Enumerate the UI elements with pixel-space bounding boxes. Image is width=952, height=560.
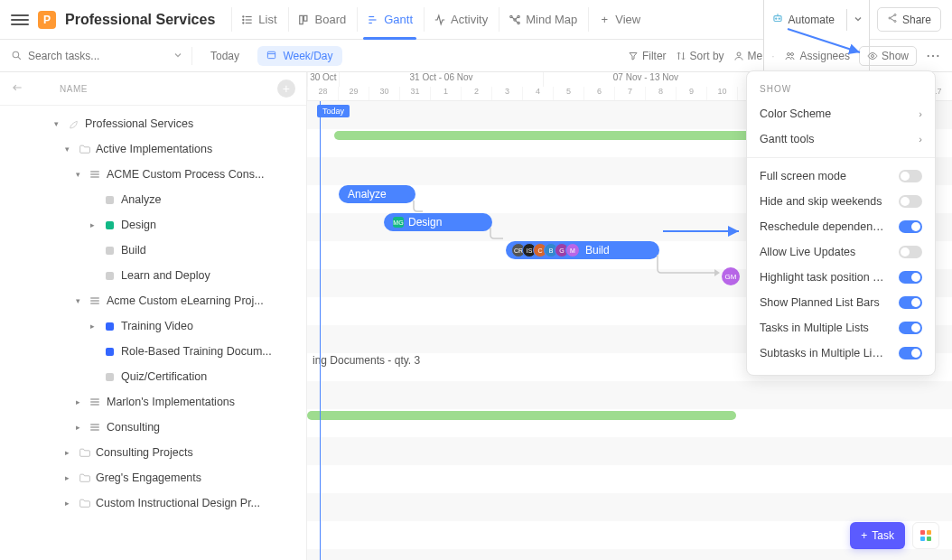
share-button[interactable]: Share (877, 7, 941, 32)
connector-line (411, 201, 438, 228)
tree-item[interactable]: Build (0, 238, 306, 263)
tree-item-label: Active Implementations (96, 143, 212, 155)
dropdown-item-color-scheme[interactable]: Color Scheme› (747, 101, 935, 126)
dropdown-item-gantt-tools[interactable]: Gantt tools› (747, 126, 935, 152)
hamburger-menu[interactable] (11, 14, 29, 25)
toggle-switch[interactable] (899, 271, 922, 284)
dropdown-toggle-tasks-in-multiple-lists[interactable]: Tasks in Multiple Lists (747, 315, 935, 341)
toggle-switch[interactable] (899, 195, 922, 208)
tree-item-label: Custom Instructional Design Pr... (96, 497, 260, 509)
tree-item[interactable]: ▸Design (0, 212, 306, 238)
more-options[interactable]: ⋯ (926, 47, 941, 64)
collapse-sidebar-icon[interactable] (11, 81, 23, 96)
robot-icon (771, 12, 784, 27)
share-label: Share (902, 14, 931, 26)
svg-point-4 (243, 19, 244, 20)
gantt-bar-build[interactable]: CRISCBGM Build (506, 241, 659, 259)
view-tab-activity[interactable]: Activity (424, 7, 497, 32)
toggle-switch[interactable] (899, 246, 922, 258)
toggle-switch[interactable] (899, 170, 922, 182)
dropdown-toggle-label: Highlight task position o... (760, 271, 886, 284)
caret-icon[interactable]: ▸ (76, 397, 85, 406)
caret-icon[interactable]: ▾ (76, 170, 85, 179)
tree-item[interactable]: ▸Custom Instructional Design Pr... (0, 490, 306, 516)
tree-item[interactable]: ▸Marlon's Implementations (0, 389, 306, 415)
dropdown-toggle-hide-and-skip-weekends[interactable]: Hide and skip weekends (747, 189, 935, 214)
tree-item[interactable]: ▸Training Video (0, 313, 306, 339)
svg-rect-7 (303, 15, 307, 21)
view-tab-board[interactable]: Board (288, 7, 356, 32)
dropdown-toggle-label: Tasks in Multiple Lists (760, 322, 869, 334)
dropdown-toggle-subtasks-in-multiple-lis[interactable]: Subtasks in Multiple Lists (747, 341, 935, 366)
dropdown-toggle-show-planned-list-bars[interactable]: Show Planned List Bars (747, 290, 935, 315)
tree-item-label: Marlon's Implementations (107, 396, 235, 408)
gantt-bar-summary-2[interactable] (307, 411, 736, 420)
tree-item[interactable]: ▸Consulting Projects (0, 440, 306, 465)
dropdown-toggle-full-screen-mode[interactable]: Full screen mode (747, 163, 935, 189)
svg-point-5 (243, 22, 244, 23)
gantt-bar-analyze[interactable]: Analyze (339, 185, 415, 203)
caret-icon[interactable]: ▾ (76, 296, 85, 305)
svg-line-35 (788, 29, 860, 52)
tree-item-label: Analyze (121, 193, 161, 206)
tree-item[interactable]: Role-Based Training Docum... (0, 339, 306, 364)
svg-point-31 (737, 52, 741, 56)
list-icon (89, 396, 101, 408)
apps-button[interactable] (912, 522, 939, 549)
caret-icon[interactable]: ▸ (90, 322, 99, 331)
search-caret-icon[interactable] (173, 50, 182, 62)
add-task-button[interactable]: + (277, 79, 295, 98)
toggle-switch[interactable] (899, 296, 922, 309)
tree-item[interactable]: Quiz/Certification (0, 364, 306, 389)
caret-icon[interactable]: ▸ (65, 473, 74, 482)
status-square-icon (103, 193, 116, 206)
bar-label: Analyze (348, 188, 387, 201)
tree-item[interactable]: ▾Acme Custom eLearning Proj... (0, 288, 306, 313)
day-cell: 7 (614, 87, 645, 101)
gantt-bar-design[interactable]: MG Design (384, 213, 492, 231)
view-tab-list[interactable]: List (231, 7, 285, 32)
caret-icon[interactable]: ▸ (76, 423, 85, 432)
toggle-switch[interactable] (899, 322, 922, 334)
view-tab-view[interactable]: +View (588, 7, 649, 32)
tree-item[interactable]: ▸Greg's Engagements (0, 465, 306, 490)
svg-point-14 (518, 22, 519, 23)
search-input[interactable] (28, 50, 168, 62)
tree-item-label: Learn and Deploy (121, 269, 210, 282)
svg-point-23 (889, 17, 891, 19)
weekday-toggle[interactable]: Week/Day (257, 46, 341, 66)
day-cell: 31 (399, 87, 430, 101)
dropdown-toggle-reschedule-dependenci-[interactable]: Reschedule dependenci... (747, 214, 935, 239)
dropdown-section-title: SHOW (747, 80, 935, 101)
sort-icon (676, 51, 686, 61)
caret-icon[interactable]: ▸ (65, 448, 74, 457)
tree-item[interactable]: Analyze (0, 187, 306, 212)
tree-item[interactable]: ▾Active Implementations (0, 136, 306, 162)
tree-item[interactable]: ▾Professional Services (0, 111, 306, 136)
day-cell: 8 (645, 87, 676, 101)
tree-item[interactable]: ▸Consulting (0, 415, 306, 440)
svg-rect-6 (299, 15, 303, 23)
sortby-button[interactable]: Sort by (676, 50, 724, 62)
me-button[interactable]: Me (733, 50, 763, 62)
dropdown-toggle-label: Subtasks in Multiple Lists (760, 347, 886, 359)
tree-item[interactable]: Learn and Deploy (0, 263, 306, 288)
view-icon (434, 14, 446, 26)
caret-icon[interactable]: ▸ (90, 220, 99, 229)
tree-item[interactable]: ▾ACME Custom Process Cons... (0, 162, 306, 187)
status-square-icon (103, 244, 116, 257)
today-button[interactable]: Today (201, 46, 248, 66)
view-tab-gantt[interactable]: Gantt (357, 7, 422, 32)
view-tab-mind-map[interactable]: Mind Map (499, 7, 586, 32)
toggle-switch[interactable] (899, 347, 922, 359)
caret-icon[interactable]: ▸ (65, 499, 74, 508)
dropdown-toggle-allow-live-updates[interactable]: Allow Live Updates (747, 239, 935, 265)
caret-icon[interactable]: ▾ (65, 145, 74, 154)
tree-item-label: Acme Custom eLearning Proj... (107, 294, 264, 307)
toggle-switch[interactable] (899, 220, 922, 233)
new-task-button[interactable]: + Task (850, 522, 905, 549)
dropdown-toggle-highlight-task-position-[interactable]: Highlight task position o... (747, 265, 935, 290)
filter-button[interactable]: Filter (628, 50, 667, 62)
caret-icon[interactable]: ▾ (54, 119, 63, 128)
search-box[interactable] (11, 50, 182, 62)
